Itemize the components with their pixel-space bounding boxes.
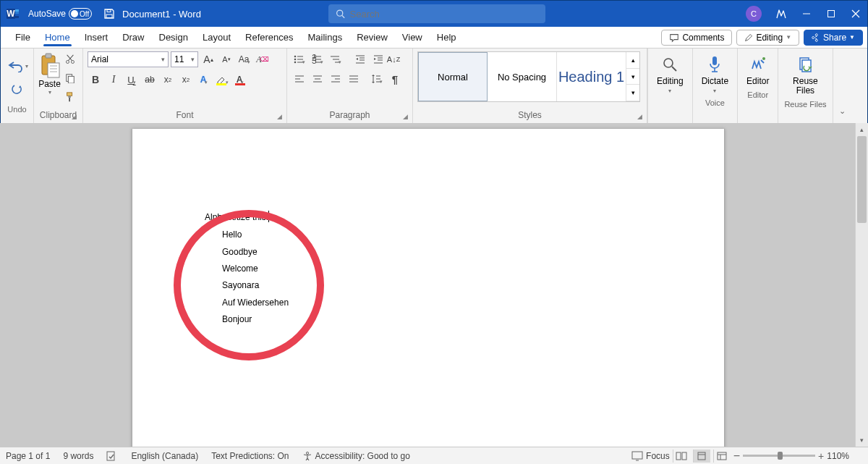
zoom-slider[interactable] [743, 455, 815, 457]
editing-button[interactable]: Editing ▾ [654, 51, 686, 97]
show-hide-button[interactable]: ¶ [387, 71, 403, 87]
document-workspace: Alphabetize this: HelloGoodbyeWelcomeSay… [0, 123, 855, 447]
scroll-down-button[interactable]: ▾ [856, 434, 868, 447]
shrink-font-button[interactable]: A▾ [218, 51, 234, 67]
text-effects-button[interactable]: A▾ [196, 72, 212, 88]
search-box[interactable] [328, 4, 545, 23]
read-mode-button[interactable] [673, 450, 690, 463]
svg-point-80 [306, 452, 308, 454]
web-layout-button[interactable] [713, 450, 731, 463]
focus-mode-button[interactable]: Focus [646, 451, 670, 461]
paste-icon [39, 53, 61, 79]
underline-button[interactable]: U▾ [124, 72, 140, 88]
minimize-button[interactable] [801, 8, 812, 20]
vertical-scrollbar[interactable]: ▴ ▾ [855, 123, 868, 447]
undo-group-label: Undo [5, 104, 29, 115]
align-center-button[interactable] [310, 71, 326, 87]
tab-mailings[interactable]: Mailings [301, 27, 350, 48]
bold-button[interactable]: B [88, 72, 103, 88]
clear-formatting-button[interactable]: A⌫ [255, 51, 271, 67]
styles-dialog-launcher[interactable]: ◢ [637, 113, 642, 120]
style-normal[interactable]: Normal [418, 52, 488, 101]
coming-soon-icon[interactable] [775, 7, 788, 20]
print-layout-button[interactable] [693, 450, 710, 463]
superscript-button[interactable]: x2 [178, 72, 194, 88]
editor-button[interactable]: Editor [744, 51, 772, 89]
dictate-button[interactable]: Dictate ▾ [699, 51, 731, 97]
styles-scroll-down[interactable]: ▾ [626, 69, 639, 85]
comments-button[interactable]: Comments [661, 30, 732, 46]
font-size-combo[interactable]: 11▾ [171, 51, 198, 67]
collapse-ribbon-button[interactable]: ⌄ [833, 48, 852, 123]
subscript-button[interactable]: x2 [160, 72, 176, 88]
tab-references[interactable]: References [238, 27, 300, 48]
bullets-button[interactable]: ▾ [292, 51, 307, 67]
reuse-files-button[interactable]: Reuse Files [790, 51, 821, 98]
tab-insert[interactable]: Insert [77, 27, 116, 48]
font-dialog-launcher[interactable]: ◢ [277, 113, 282, 120]
maximize-button[interactable] [825, 8, 837, 20]
tab-design[interactable]: Design [152, 27, 195, 48]
highlight-button[interactable]: ▾ [214, 72, 230, 88]
increase-indent-button[interactable] [370, 51, 386, 67]
svg-rect-27 [67, 93, 72, 96]
zoom-in-button[interactable]: + [818, 450, 824, 462]
spellcheck-status[interactable] [106, 451, 118, 461]
page-indicator[interactable]: Page 1 of 1 [6, 451, 50, 461]
word-count[interactable]: 9 words [63, 451, 93, 461]
tab-review[interactable]: Review [349, 27, 395, 48]
undo-button[interactable]: ▾ [5, 56, 30, 76]
style-heading-1[interactable]: Heading 1 [557, 52, 626, 101]
align-left-button[interactable] [292, 71, 307, 87]
autosave-toggle[interactable]: Off [69, 8, 92, 20]
font-group-label: Font◢ [88, 109, 282, 122]
tab-home[interactable]: Home [38, 27, 77, 48]
line-spacing-button[interactable]: ▾ [369, 71, 385, 87]
cut-button[interactable] [62, 51, 78, 67]
close-button[interactable] [850, 8, 861, 20]
font-name-combo[interactable]: Arial▾ [88, 51, 169, 67]
font-color-button[interactable]: A▾ [232, 72, 248, 88]
editing-mode-button[interactable]: Editing ▼ [736, 30, 799, 46]
decrease-indent-button[interactable] [352, 51, 368, 67]
save-icon[interactable] [103, 8, 115, 20]
display-settings-button[interactable] [631, 451, 643, 461]
zoom-level[interactable]: 110% [827, 451, 849, 461]
svg-rect-83 [676, 452, 681, 460]
styles-gallery[interactable]: Normal No Spacing Heading 1 ▴ ▾ ▾ [417, 51, 640, 102]
scroll-thumb[interactable] [857, 136, 867, 223]
document-page[interactable]: Alphabetize this: HelloGoodbyeWelcomeSay… [132, 129, 725, 447]
justify-button[interactable] [346, 71, 362, 87]
tab-draw[interactable]: Draw [115, 27, 151, 48]
tab-help[interactable]: Help [430, 27, 464, 48]
styles-scroll-up[interactable]: ▴ [626, 52, 639, 69]
tab-file[interactable]: File [8, 27, 38, 48]
scroll-up-button[interactable]: ▴ [856, 123, 868, 136]
copy-button[interactable] [62, 70, 78, 86]
paragraph-dialog-launcher[interactable]: ◢ [403, 113, 408, 120]
zoom-out-button[interactable]: − [733, 450, 740, 463]
document-content[interactable]: Alphabetize this: HelloGoodbyeWelcomeSay… [132, 129, 724, 329]
numbering-button[interactable]: 123▾ [310, 51, 326, 67]
align-right-button[interactable] [328, 71, 344, 87]
tab-view[interactable]: View [395, 27, 430, 48]
format-painter-button[interactable] [62, 89, 78, 105]
accessibility-status[interactable]: Accessibility: Good to go [302, 451, 410, 461]
multilevel-list-button[interactable]: ▾ [328, 51, 344, 67]
style-no-spacing[interactable]: No Spacing [488, 52, 557, 101]
grow-font-button[interactable]: A▴ [200, 51, 216, 67]
strikethrough-button[interactable]: ab [142, 72, 158, 88]
italic-button[interactable]: I [106, 72, 122, 88]
search-input[interactable] [350, 9, 539, 20]
text-predictions[interactable]: Text Predictions: On [211, 451, 289, 461]
tab-layout[interactable]: Layout [195, 27, 238, 48]
redo-button[interactable] [5, 79, 30, 99]
share-button[interactable]: Share ▼ [804, 30, 863, 46]
language-indicator[interactable]: English (Canada) [131, 451, 198, 461]
styles-expand[interactable]: ▾ [626, 85, 639, 101]
change-case-button[interactable]: Aa▾ [237, 51, 252, 67]
paste-button[interactable]: Paste ▾ [38, 51, 61, 96]
user-avatar[interactable]: C [746, 6, 762, 22]
clipboard-dialog-launcher[interactable]: ◢ [72, 113, 77, 120]
sort-button[interactable]: A↓Z [386, 51, 401, 67]
